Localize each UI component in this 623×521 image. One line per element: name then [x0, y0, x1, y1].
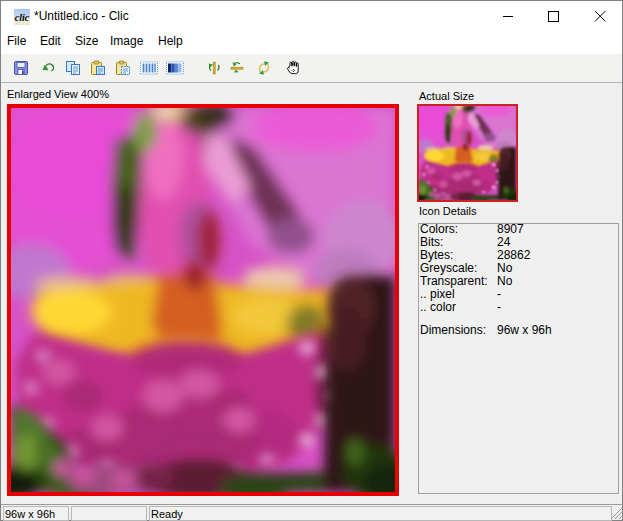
svg-text:clic: clic — [15, 12, 30, 23]
